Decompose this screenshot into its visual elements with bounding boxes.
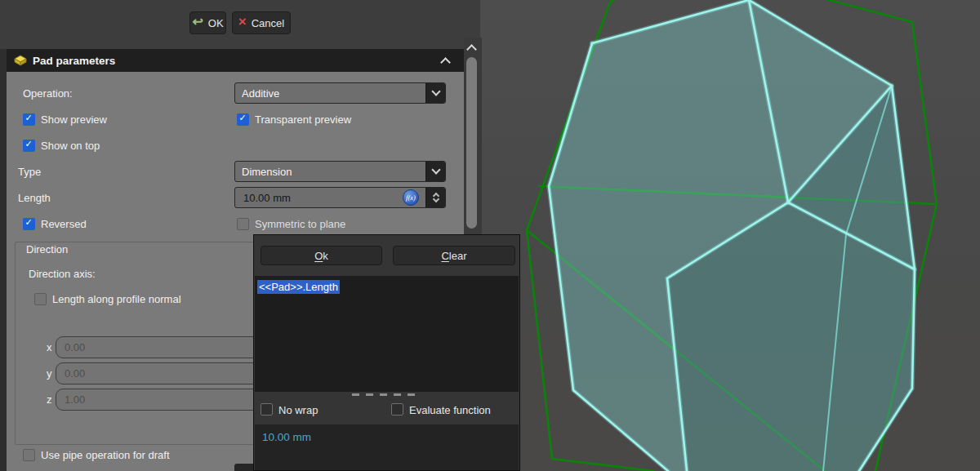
length-label: Length [18,192,51,205]
expression-result-area: 10.00 mm [255,424,519,470]
cyan-preview-solid [549,0,915,471]
formula-clear-button[interactable]: Clear [393,246,515,265]
ok-button-label: OK [208,17,224,29]
formula-ok-button[interactable]: Ok [261,246,382,265]
type-dropdown-arrow[interactable] [425,162,445,181]
x-input[interactable]: 0.00 [56,336,260,358]
formula-fx-icon[interactable]: f(x) [403,189,419,206]
evaluate-function-checkbox[interactable] [391,403,403,415]
x-label: x [47,341,52,354]
no-wrap-checkbox[interactable] [261,403,273,415]
pad-parameters-header[interactable]: Pad parameters [7,49,464,72]
direction-axis-label: Direction axis: [29,268,96,281]
type-label: Type [18,166,41,179]
pad-icon [13,54,28,67]
x-value: 0.00 [65,341,85,353]
y-label: y [47,367,52,380]
operation-label: Operation: [23,87,73,100]
operation-combobox[interactable]: Additive [234,82,446,104]
panel-left-edge [0,49,7,471]
y-input[interactable]: 0.00 [56,362,260,384]
panel-title: Pad parameters [33,55,115,67]
evaluate-function-label: Evaluate function [409,404,491,416]
expression-text: <<Pad>>.Length [257,280,340,294]
cancel-icon: × [238,16,247,28]
expression-result-value: 10.00 mm [262,431,311,443]
cancel-button-label: Cancel [252,17,284,29]
transparent-preview-checkbox[interactable] [237,113,249,126]
operation-value: Additive [242,87,279,100]
chevron-down-icon [431,87,440,96]
pad-preview-scene [480,0,980,471]
show-on-top-checkbox[interactable] [23,140,35,152]
length-spinbox[interactable]: 10.00 mm f(x) [234,187,446,208]
type-value: Dimension [242,166,292,178]
splitter-handle[interactable] [352,393,421,396]
freecad-window: ↩ OK × Cancel Pad parameters Operation: … [0,0,980,471]
length-spinner[interactable] [425,188,445,207]
scroll-up-icon[interactable] [466,44,477,55]
length-along-normal-checkbox[interactable] [34,293,47,305]
transparent-preview-label: Transparent preview [255,113,351,127]
ok-icon: ↩ [192,16,203,28]
symmetric-to-plane-checkbox[interactable] [237,218,249,230]
ok-button[interactable]: ↩ OK [189,11,226,34]
show-on-top-label: Show on top [41,140,100,153]
expression-editor[interactable]: <<Pad>>.Length [255,276,519,392]
type-combobox[interactable]: Dimension [234,161,446,182]
length-along-normal-label: Length along profile normal [52,293,181,306]
chevron-down-icon [431,165,440,174]
scrollbar-thumb[interactable] [466,57,477,229]
z-value: 1.00 [65,393,85,406]
show-preview-label: Show preview [41,113,107,127]
y-value: 0.00 [65,367,85,380]
symmetric-to-plane-label: Symmetric to plane [255,218,345,231]
z-label: z [47,393,52,407]
3d-viewport[interactable] [480,0,980,471]
length-value: 10.00 mm [243,192,291,204]
operation-dropdown-arrow[interactable] [425,83,445,103]
cancel-button[interactable]: × Cancel [232,11,291,34]
collapse-chevron-icon[interactable] [440,57,451,68]
formula-editor-dialog: Ok Clear <<Pad>>.Length No wrap Evaluate… [253,234,520,471]
use-pipe-label: Use pipe operation for draft [41,449,170,462]
direction-group-title: Direction [26,243,68,256]
use-pipe-checkbox[interactable] [23,449,35,461]
reversed-label: Reversed [41,218,87,231]
reversed-checkbox[interactable] [23,218,35,230]
no-wrap-label: No wrap [278,404,318,416]
z-input[interactable]: 1.00 [56,389,260,411]
show-preview-checkbox[interactable] [23,113,35,126]
